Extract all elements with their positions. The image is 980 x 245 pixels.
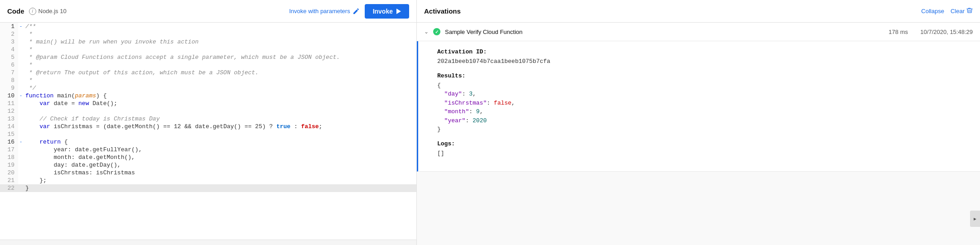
code-scrollbar[interactable] <box>0 240 416 245</box>
line-arrow <box>18 184 24 192</box>
expand-right-button[interactable]: ▸ <box>970 211 980 227</box>
code-line-5: 5 * @param Cloud Functions actions accep… <box>0 53 416 61</box>
line-arrow <box>18 169 24 177</box>
code-line-13: 13 // Check if today is Christmas Day <box>0 115 416 123</box>
line-arrow <box>18 154 24 161</box>
code-line-18: 18 month: date.getMonth(), <box>0 154 416 161</box>
line-arrow <box>18 130 24 138</box>
code-line-6: 6 * <box>0 61 416 69</box>
code-line-4: 4 * <box>0 46 416 53</box>
status-success-icon <box>433 28 440 35</box>
line-content: isChrstmas: isChristmas <box>24 169 416 177</box>
line-content: } <box>24 184 416 192</box>
edit-icon <box>353 8 359 14</box>
line-content: /** <box>24 23 416 30</box>
line-arrow <box>18 53 24 61</box>
code-header: Code i Node.js 10 Invoke with parameters… <box>0 0 416 23</box>
line-arrow <box>18 115 24 123</box>
line-num: 2 <box>0 30 18 38</box>
line-num: 6 <box>0 61 18 69</box>
code-line-19: 19 day: date.getDay(), <box>0 161 416 169</box>
code-line-17: 17 year: date.getFullYear(), <box>0 146 416 154</box>
activations-panel: Activations Collapse Clear ⌄ Sample Veri… <box>417 0 980 245</box>
logs-section: Logs: [] <box>437 140 971 158</box>
code-line-8: 8 * <box>0 77 416 84</box>
line-num: 9 <box>0 84 18 92</box>
activation-id-label: Activation ID: <box>437 48 971 55</box>
line-arrow: - <box>18 92 24 100</box>
logs-label: Logs: <box>437 140 971 147</box>
play-icon <box>396 9 401 14</box>
line-content: * <box>24 46 416 53</box>
line-arrow <box>18 100 24 107</box>
activation-row[interactable]: ⌄ Sample Verify Cloud Function 178 ms 10… <box>417 23 980 41</box>
info-icon: i <box>29 8 36 15</box>
code-panel: Code i Node.js 10 Invoke with parameters… <box>0 0 417 245</box>
code-title: Code <box>7 7 24 15</box>
line-num: 4 <box>0 46 18 53</box>
line-num: 14 <box>0 123 18 130</box>
code-line-14: 14 var isChristmas = (date.getMonth() ==… <box>0 123 416 130</box>
activations-content: ⌄ Sample Verify Cloud Function 178 ms 10… <box>417 23 980 245</box>
line-content: * @return The output of this action, whi… <box>24 69 416 77</box>
line-num: 13 <box>0 115 18 123</box>
line-content: * <box>24 61 416 69</box>
line-content: function main(params) { <box>24 92 416 100</box>
line-arrow <box>18 46 24 53</box>
code-line-22: 22 } <box>0 184 416 192</box>
code-line-12: 12 <box>0 107 416 115</box>
results-value: { "day": 3, "isChrstmas": false, "month"… <box>437 81 971 134</box>
activations-title: Activations <box>424 7 461 15</box>
line-num: 1 <box>0 23 18 30</box>
line-content: return { <box>24 138 416 146</box>
line-content: }; <box>24 177 416 184</box>
activation-id-section: Activation ID: 202a1beeb1074b7caa1beeb10… <box>437 48 971 66</box>
line-num: 12 <box>0 107 18 115</box>
line-content: var date = new Date(); <box>24 100 416 107</box>
line-content <box>24 130 416 138</box>
code-table: 1 - /** 2 * 3 * main() will be run when … <box>0 23 416 192</box>
collapse-button[interactable]: Collapse <box>921 8 944 14</box>
line-content: * main() will be run when you invoke thi… <box>24 38 416 46</box>
chevron-right-icon: ▸ <box>974 216 976 222</box>
code-line-11: 11 var date = new Date(); <box>0 100 416 107</box>
trash-icon <box>966 7 973 15</box>
code-header-left: Code i Node.js 10 <box>7 7 67 15</box>
code-line-9: 9 */ <box>0 84 416 92</box>
line-num: 17 <box>0 146 18 154</box>
line-num: 11 <box>0 100 18 107</box>
activation-detail: Activation ID: 202a1beeb1074b7caa1beeb10… <box>417 41 980 172</box>
line-num: 20 <box>0 169 18 177</box>
activation-time: 10/7/2020, 15:48:29 <box>920 29 973 35</box>
runtime-label: Node.js 10 <box>39 8 67 14</box>
line-arrow <box>18 161 24 169</box>
line-arrow <box>18 107 24 115</box>
activations-header-actions: Collapse Clear <box>921 7 973 15</box>
line-arrow <box>18 146 24 154</box>
clear-button[interactable]: Clear <box>951 7 973 15</box>
results-section: Results: { "day": 3, "isChrstmas": false… <box>437 72 971 134</box>
code-line-1: 1 - /** <box>0 23 416 30</box>
code-line-7: 7 * @return The output of this action, w… <box>0 69 416 77</box>
line-num: 19 <box>0 161 18 169</box>
chevron-down-icon[interactable]: ⌄ <box>424 29 429 35</box>
line-arrow <box>18 77 24 84</box>
code-editor[interactable]: 1 - /** 2 * 3 * main() will be run when … <box>0 23 416 240</box>
invoke-button[interactable]: Invoke <box>365 4 409 19</box>
line-arrow <box>18 123 24 130</box>
line-content: // Check if today is Christmas Day <box>24 115 416 123</box>
code-header-right: Invoke with parameters Invoke <box>289 4 409 19</box>
invoke-params-label: Invoke with parameters <box>289 8 350 14</box>
activation-name: Sample Verify Cloud Function <box>445 29 884 35</box>
line-arrow <box>18 30 24 38</box>
line-arrow: - <box>18 23 24 30</box>
line-num: 3 <box>0 38 18 46</box>
code-line-21: 21 }; <box>0 177 416 184</box>
code-line-20: 20 isChrstmas: isChristmas <box>0 169 416 177</box>
invoke-with-params-button[interactable]: Invoke with parameters <box>289 8 359 14</box>
line-arrow <box>18 38 24 46</box>
line-content: */ <box>24 84 416 92</box>
line-content <box>24 107 416 115</box>
line-content: month: date.getMonth(), <box>24 154 416 161</box>
runtime-badge: i Node.js 10 <box>29 8 67 15</box>
